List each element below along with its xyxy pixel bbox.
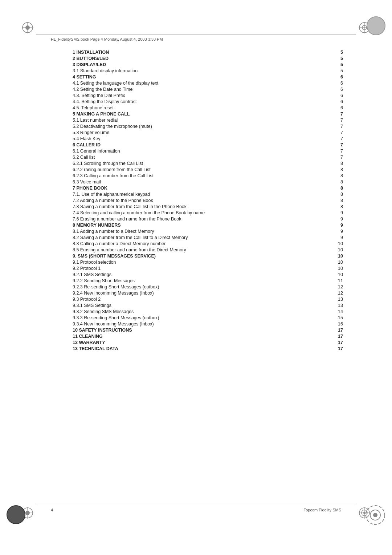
toc-page: 7: [330, 123, 345, 129]
toc-label: 4.5. Telephone reset: [73, 105, 330, 111]
toc-label: 9.3.2 Sending SMS Messages: [73, 308, 330, 315]
toc-label: 1 INSTALLATION: [73, 49, 330, 55]
toc-page: 17: [330, 327, 345, 333]
toc-page: 15: [330, 315, 345, 321]
toc-page: 7: [330, 129, 345, 135]
toc-page: 17: [330, 345, 345, 352]
toc-row: 9.1 Protocol selection10: [73, 259, 345, 265]
toc-row: 9. SMS (SHORT MESSAGES SERVICE)10: [73, 253, 345, 259]
footer-brand: Topcom Fidelity SMS: [304, 508, 341, 512]
toc-label: 6.2.1 Scrolling through the Call List: [73, 160, 330, 166]
toc-page: 13: [330, 296, 345, 302]
toc-row: 9.2.2 Sending Short Messages11: [73, 278, 345, 284]
toc-label: 13 TECHNICAL DATA: [73, 345, 330, 352]
toc-label: 5.2 Deactivating the microphone (mute): [73, 123, 330, 129]
toc-label: 11 CLEANING: [73, 333, 330, 339]
toc-row: 6.3 Voice mail8: [73, 179, 345, 185]
toc-row: 6.2.3 Calling a number from the Call Lis…: [73, 173, 345, 179]
corner-decoration-tr: [367, 16, 385, 35]
toc-page: 9: [330, 234, 345, 240]
toc-row: 9.2 Protocol 110: [73, 265, 345, 271]
toc-row: 4 SETTING6: [73, 74, 345, 80]
toc-row: 4.1 Setting the language of the display …: [73, 80, 345, 86]
toc-label: 3.1 Standard display information: [73, 68, 330, 74]
toc-row: 10 SAFETY INSTRUCTIONS17: [73, 327, 345, 333]
toc-page: 6: [330, 105, 345, 111]
toc-label: 8 MEMORY NUMBERS: [73, 222, 330, 228]
toc-page: 8: [330, 173, 345, 179]
toc-label: 5.1 Last number redial: [73, 117, 330, 123]
toc-row: 5.1 Last number redial7: [73, 117, 345, 123]
toc-label: 7.6 Erasing a number and name from the P…: [73, 216, 330, 222]
toc-page: 5: [330, 55, 345, 61]
toc-label: 9.2.3 Re-sending Short Messages (outbox): [73, 284, 330, 290]
toc-page: 7: [330, 117, 345, 123]
page: HL_FidelitySMS.book Page 4 Monday, Augus…: [0, 0, 392, 555]
toc-label: 9.2 Protocol 1: [73, 265, 330, 271]
toc-row: 6.2.2 rasing numbers from the Call List8: [73, 166, 345, 173]
toc-row: 9.3 Protocol 213: [73, 296, 345, 302]
toc-row: 5.3 Ringer volume7: [73, 129, 345, 135]
toc-row: 6.2.1 Scrolling through the Call List8: [73, 160, 345, 166]
footer-page-number: 4: [51, 508, 53, 512]
toc-page: 10: [330, 247, 345, 253]
toc-page: 10: [330, 259, 345, 265]
toc-row: 8.3 Calling a number a Direct Memory num…: [73, 240, 345, 247]
toc-label: 4.2 Setting the Date and Time: [73, 86, 330, 92]
toc-page: 14: [330, 308, 345, 315]
toc-label: 7.1. Use of the alphanumerical keypad: [73, 191, 330, 197]
toc-page: 6: [330, 92, 345, 98]
toc-row: 6.2 Call list7: [73, 154, 345, 160]
toc-label: 10 SAFETY INSTRUCTIONS: [73, 327, 330, 333]
toc-label: 9.3.4 New Incomming Messages (Inbox): [73, 321, 330, 327]
toc-label: 8.2 Saving a number from the Call list t…: [73, 234, 330, 240]
toc-label: 7.2 Adding a number to the Phone Book: [73, 197, 330, 203]
toc-row: 8 MEMORY NUMBERS9: [73, 222, 345, 228]
toc-row: 8.1 Adding a number to a Direct Memory9: [73, 228, 345, 234]
toc-row: 7.4 Selecting and calling a number from …: [73, 210, 345, 216]
toc-row: 4.5. Telephone reset6: [73, 105, 345, 111]
toc-label: 9.2.4 New Incomming Messages (Inbox): [73, 290, 330, 296]
toc-label: 9.3.3 Re-sending Short Messages (outbox): [73, 315, 330, 321]
toc-row: 3.1 Standard display information5: [73, 68, 345, 74]
toc-content: 1 INSTALLATION52 BUTTONS/LED53 DISPLAY/L…: [73, 49, 345, 352]
toc-page: 8: [330, 197, 345, 203]
toc-label: 3 DISPLAY/LED: [73, 61, 330, 68]
toc-row: 7.6 Erasing a number and name from the P…: [73, 216, 345, 222]
toc-page: 5: [330, 49, 345, 55]
svg-point-19: [373, 513, 377, 517]
toc-label: 6 CALLER ID: [73, 142, 330, 148]
toc-page: 8: [330, 179, 345, 185]
toc-page: 9: [330, 222, 345, 228]
toc-row: 8.5 Erasing a number and name from the D…: [73, 247, 345, 253]
toc-label: 5.3 Ringer volume: [73, 129, 330, 135]
toc-label: 9.3 Protocol 2: [73, 296, 330, 302]
toc-label: 6.2.2 rasing numbers from the Call List: [73, 166, 330, 173]
toc-row: 7.1. Use of the alphanumerical keypad8: [73, 191, 345, 197]
toc-page: 8: [330, 203, 345, 210]
toc-row: 6 CALLER ID7: [73, 142, 345, 148]
toc-label: 7 PHONE BOOK: [73, 185, 330, 191]
toc-page: 5: [330, 61, 345, 68]
toc-label: 6.3 Voice mail: [73, 179, 330, 185]
toc-page: 16: [330, 321, 345, 327]
toc-label: 4.3. Setting the Dial Prefix: [73, 92, 330, 98]
toc-row: 9.2.4 New Incomming Messages (Inbox)12: [73, 290, 345, 296]
toc-row: 11 CLEANING17: [73, 333, 345, 339]
toc-label: 6.1 General information: [73, 148, 330, 154]
toc-row: 8.2 Saving a number from the Call list t…: [73, 234, 345, 240]
toc-page: 5: [330, 68, 345, 74]
toc-label: 8.3 Calling a number a Direct Memory num…: [73, 240, 330, 247]
corner-decoration-bl: [7, 505, 25, 524]
toc-row: 2 BUTTONS/LED5: [73, 55, 345, 61]
toc-page: 13: [330, 302, 345, 308]
toc-page: 8: [330, 191, 345, 197]
header-bar: [36, 35, 356, 35]
toc-label: 4 SETTING: [73, 74, 330, 80]
toc-row: 9.3.3 Re-sending Short Messages (outbox)…: [73, 315, 345, 321]
toc-label: 8.1 Adding a number to a Direct Memory: [73, 228, 330, 234]
toc-page: 6: [330, 80, 345, 86]
toc-page: 7: [330, 111, 345, 117]
toc-page: 12: [330, 290, 345, 296]
toc-label: 4.1 Setting the language of the display …: [73, 80, 330, 86]
